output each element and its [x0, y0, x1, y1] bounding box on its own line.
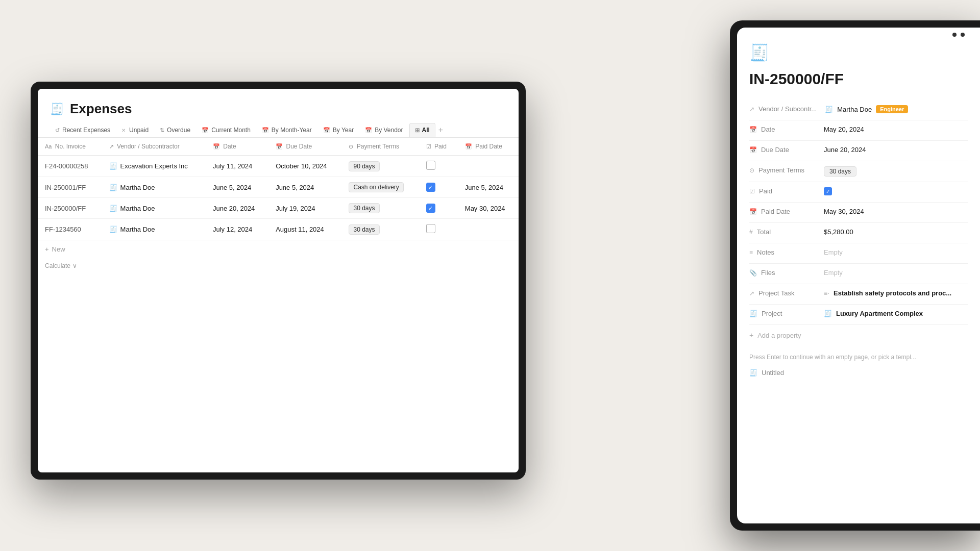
tab-by-month-year[interactable]: 📅 By Month-Year [257, 123, 317, 137]
detail-row-payment-terms: ⊙ Payment Terms 30 days [749, 161, 968, 182]
cell-paid[interactable] [419, 156, 458, 177]
cell-invoice[interactable]: FF-1234560 [38, 219, 102, 240]
cell-due-date[interactable]: August 11, 2024 [268, 219, 341, 240]
files-label-icon: 📎 [749, 269, 757, 277]
cell-vendor[interactable]: 🧾Martha Doe [102, 198, 206, 219]
paid-date-label-text: Paid Date [761, 208, 790, 215]
detail-row-project-task: ↗ Project Task ≡⋅ Establish safety proto… [749, 284, 968, 305]
press-enter-hint: Press Enter to continue with an empty pa… [749, 345, 968, 367]
detail-value-files[interactable]: Empty [824, 269, 843, 277]
all-icon: ⊞ [415, 127, 420, 134]
due-date-label-icon: 📅 [749, 146, 757, 154]
table-row[interactable]: IN-250001/FF🧾Martha DoeJune 5, 2024June … [38, 177, 519, 198]
cell-vendor[interactable]: 🧾Martha Doe [102, 219, 206, 240]
col-header-paid[interactable]: ☑ Paid [419, 138, 458, 156]
vendor-cell-name: Excavation Experts Inc [120, 162, 188, 170]
cell-date[interactable]: July 11, 2024 [206, 156, 268, 177]
cell-payment-terms[interactable]: 30 days [341, 219, 419, 240]
table-row[interactable]: F24-00000258🧾Excavation Experts IncJuly … [38, 156, 519, 177]
paid-checkbox[interactable]: ✓ [824, 187, 832, 195]
col-header-due-date[interactable]: 📅 Due Date [268, 138, 341, 156]
cell-payment-terms[interactable]: 90 days [341, 156, 419, 177]
paid-checkbox[interactable]: ✓ [426, 183, 435, 192]
detail-value-paid-date[interactable]: May 30, 2024 [824, 208, 864, 215]
paid-checkbox[interactable] [426, 224, 435, 233]
detail-value-project-task[interactable]: ≡⋅ Establish safety protocols and proc..… [824, 289, 951, 297]
detail-value-payment-terms[interactable]: 30 days [824, 166, 856, 177]
camera-area [952, 33, 965, 37]
add-property-row[interactable]: + Add a property [749, 325, 968, 345]
vendor-record-icon: 🧾 [825, 106, 833, 113]
cell-invoice[interactable]: IN-250001/FF [38, 177, 102, 198]
cell-date[interactable]: June 20, 2024 [206, 198, 268, 219]
vendor-cell-icon: 🧾 [109, 205, 117, 212]
paid-checkbox[interactable] [426, 161, 435, 170]
cell-due-date[interactable]: October 10, 2024 [268, 156, 341, 177]
notes-label-text: Notes [757, 248, 774, 256]
cell-paid[interactable]: ✓ [419, 198, 458, 219]
detail-label-payment-terms: ⊙ Payment Terms [749, 166, 816, 174]
cell-paid-date[interactable]: May 30, 2024 [458, 198, 519, 219]
tab-recent-expenses[interactable]: ↺ Recent Expenses [50, 123, 115, 137]
untitled-icon: 🧾 [749, 369, 757, 377]
detail-label-project-task: ↗ Project Task [749, 289, 816, 297]
detail-value-project[interactable]: 🧾 Luxury Apartment Complex [824, 310, 923, 317]
cell-paid[interactable] [419, 219, 458, 240]
col-header-invoice[interactable]: Aa No. Invoice [38, 138, 102, 156]
new-row-plus-icon: + [45, 245, 49, 253]
table-row[interactable]: FF-1234560🧾Martha DoeJuly 12, 2024August… [38, 219, 519, 240]
payment-terms-label-icon: ⊙ [749, 167, 754, 174]
tab-by-year[interactable]: 📅 By Year [318, 123, 359, 137]
detail-value-vendor[interactable]: 🧾 Martha Doe Engineer [825, 105, 908, 113]
cell-invoice[interactable]: F24-00000258 [38, 156, 102, 177]
cell-paid-date[interactable] [458, 156, 519, 177]
unpaid-close-icon[interactable]: ✕ [121, 128, 126, 133]
detail-value-total[interactable]: $5,280.00 [824, 228, 853, 236]
tab-overdue[interactable]: ⇅ Overdue [155, 123, 195, 137]
cell-due-date[interactable]: June 5, 2024 [268, 177, 341, 198]
cell-date[interactable]: July 12, 2024 [206, 219, 268, 240]
payment-terms-badge: 30 days [824, 166, 856, 177]
vendor-badge: Engineer [876, 105, 908, 113]
detail-app-icon: 🧾 [749, 43, 968, 62]
tab-unpaid[interactable]: ✕ Unpaid [116, 123, 154, 137]
calculate-button[interactable]: Calculate ∨ [38, 258, 519, 273]
detail-value-notes[interactable]: Empty [824, 248, 843, 256]
paid-date-value: May 30, 2024 [824, 208, 864, 215]
laptop-device: 🧾 Expenses ↺ Recent Expenses ✕ Unpaid ⇅ … [31, 82, 526, 480]
cell-invoice[interactable]: IN-250000/FF [38, 198, 102, 219]
detail-title: IN-250000/FF [749, 70, 968, 88]
expenses-header: 🧾 Expenses [38, 89, 519, 117]
table-row[interactable]: IN-250000/FF🧾Martha DoeJune 20, 2024July… [38, 198, 519, 219]
tab-current-month[interactable]: 📅 Current Month [197, 123, 256, 137]
cell-paid-date[interactable] [458, 219, 519, 240]
col-header-vendor[interactable]: ↗ Vendor / Subcontractor [102, 138, 206, 156]
untitled-row[interactable]: 🧾 Untitled [749, 367, 968, 377]
detail-value-paid[interactable]: ✓ [824, 187, 832, 195]
vendor-label-text: Vendor / Subcontr... [758, 105, 817, 113]
tab-all[interactable]: ⊞ All [409, 123, 435, 137]
detail-row-due-date: 📅 Due Date June 20, 2024 [749, 141, 968, 161]
cell-due-date[interactable]: July 19, 2024 [268, 198, 341, 219]
vendor-cell-name: Martha Doe [120, 184, 155, 191]
cell-vendor[interactable]: 🧾Martha Doe [102, 177, 206, 198]
tab-by-vendor[interactable]: 📅 By Vendor [360, 123, 408, 137]
col-header-payment-terms[interactable]: ⊙ Payment Terms [341, 138, 419, 156]
payment-terms-badge: 30 days [349, 203, 379, 213]
cell-date[interactable]: June 5, 2024 [206, 177, 268, 198]
paid-checkbox[interactable]: ✓ [426, 204, 435, 213]
tab-by-month-year-label: By Month-Year [272, 127, 312, 134]
cell-payment-terms[interactable]: 30 days [341, 198, 419, 219]
cell-paid-date[interactable]: June 5, 2024 [458, 177, 519, 198]
total-value: $5,280.00 [824, 228, 853, 236]
cell-vendor[interactable]: 🧾Excavation Experts Inc [102, 156, 206, 177]
cell-payment-terms[interactable]: Cash on delivery [341, 177, 419, 198]
detail-value-due-date[interactable]: June 20, 2024 [824, 146, 866, 154]
notes-label-icon: ≡ [749, 249, 753, 256]
col-header-date[interactable]: 📅 Date [206, 138, 268, 156]
col-header-paid-date[interactable]: 📅 Paid Date [458, 138, 519, 156]
add-new-row-button[interactable]: + New [38, 240, 519, 258]
cell-paid[interactable]: ✓ [419, 177, 458, 198]
tab-add-button[interactable]: + [436, 126, 445, 135]
detail-value-date[interactable]: May 20, 2024 [824, 126, 864, 133]
